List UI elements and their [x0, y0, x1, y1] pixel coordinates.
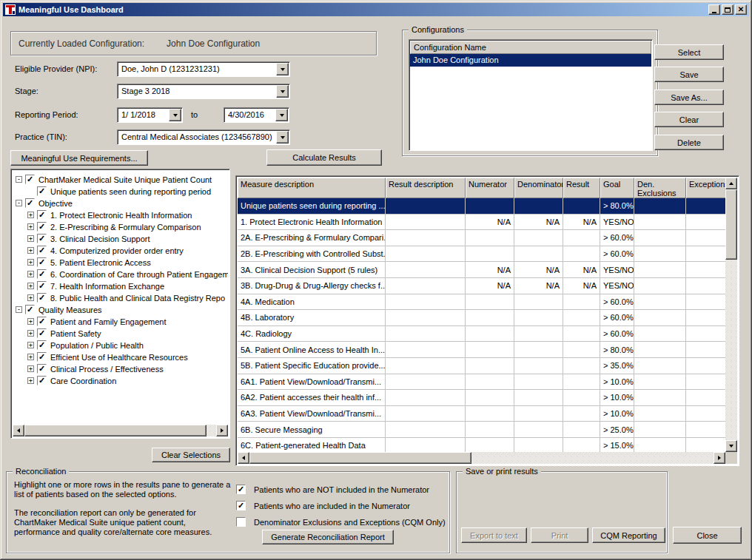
save-button[interactable]: Save [654, 67, 724, 82]
calculate-results-button[interactable]: Calculate Results [266, 149, 382, 166]
save-as-button[interactable]: Save As... [654, 90, 724, 105]
expand-icon[interactable]: + [27, 330, 34, 337]
column-header[interactable]: Exceptions [686, 178, 725, 198]
tree-checkbox[interactable]: ✓ [37, 340, 47, 350]
expand-icon[interactable]: + [27, 235, 34, 242]
results-row[interactable]: 2A. E-Prescribing & Formulary Compari...… [238, 230, 725, 246]
tree-checkbox[interactable]: ✓ [37, 376, 47, 385]
period-to-dropdown-button[interactable] [275, 109, 288, 121]
tree-checkbox[interactable]: ✓ [25, 198, 35, 208]
tree-node[interactable]: +✓7. Health Information Exchange [13, 280, 228, 291]
scrollbar-thumb[interactable] [249, 452, 471, 464]
expand-icon[interactable]: + [27, 247, 34, 254]
scrollbar-track[interactable] [249, 452, 714, 464]
tree-checkbox[interactable]: ✓ [37, 281, 47, 291]
results-row[interactable]: 6B. Secure Messaging> 25.0% [238, 422, 725, 438]
tree-checkbox[interactable]: ✓ [37, 246, 47, 255]
expand-icon[interactable]: + [27, 223, 34, 230]
scroll-up-button[interactable] [725, 178, 737, 189]
results-row[interactable]: 6A1. Patient View/Download/Transmi...> 1… [238, 374, 725, 391]
expand-icon[interactable]: + [27, 365, 34, 372]
checkbox[interactable] [236, 517, 246, 527]
results-row[interactable]: 5B. Patient Specific Education provide..… [238, 358, 725, 374]
collapse-icon[interactable]: - [16, 306, 22, 313]
practice-combobox[interactable]: Central Medical Associates (1234567890) [117, 129, 290, 145]
results-row[interactable]: 6A2. Patient accesses their health inf..… [238, 390, 725, 406]
scroll-down-button[interactable] [725, 440, 737, 452]
expand-icon[interactable]: + [27, 271, 34, 277]
tree-node[interactable]: -✓Quality Measures [13, 303, 228, 315]
results-row[interactable]: 1. Protect Electronic Health Information… [238, 215, 725, 231]
tree-node[interactable]: ✓Unique patients seen during reporting p… [13, 185, 228, 197]
reconciliation-option[interactable]: ✓Patients who are NOT included in the Nu… [236, 484, 429, 495]
tree-checkbox[interactable]: ✓ [37, 328, 47, 338]
scroll-right-button[interactable] [216, 425, 228, 436]
tree-checkbox[interactable]: ✓ [37, 234, 47, 243]
cqm-reporting-button[interactable]: CQM Reporting [592, 527, 665, 543]
collapse-icon[interactable]: - [16, 200, 22, 206]
expand-icon[interactable]: + [27, 342, 34, 348]
tree-node[interactable]: +✓1. Protect Electronic Health Informati… [13, 209, 228, 220]
results-horizontal-scrollbar[interactable] [238, 452, 725, 464]
tree-node[interactable]: +✓Patient and Family Engagement [13, 315, 228, 327]
clear-button[interactable]: Clear [654, 112, 724, 127]
period-from-dropdown-button[interactable] [169, 109, 181, 121]
results-row[interactable]: 4A. Medication> 60.0% [238, 294, 725, 311]
period-from-datepicker[interactable]: 1/ 1/2018 [117, 107, 183, 123]
stage-combobox[interactable]: Stage 3 2018 [117, 84, 290, 99]
tree-checkbox[interactable]: ✓ [37, 317, 47, 326]
measure-tree[interactable]: -✓ChartMaker Medical Suite Unique Patien… [10, 169, 230, 439]
column-header[interactable]: Denominator [514, 178, 563, 198]
column-header[interactable]: Numerator [466, 178, 514, 198]
tree-checkbox[interactable]: ✓ [37, 352, 47, 362]
configurations-list[interactable]: Configuration Name John Doe Configuratio… [409, 39, 653, 151]
scrollbar-thumb[interactable] [24, 425, 207, 436]
results-row[interactable]: 6A3. Patient View/Download/Transmi...> 1… [238, 406, 725, 422]
reconciliation-option[interactable]: Denominator Exclusions and Exceptions (C… [236, 516, 446, 527]
provider-dropdown-button[interactable] [276, 63, 289, 75]
tree-checkbox[interactable]: ✓ [37, 269, 47, 279]
results-row[interactable]: 2B. E-Prescribing with Controlled Subst.… [238, 246, 725, 263]
scroll-left-button[interactable] [13, 425, 24, 436]
tree-checkbox[interactable]: ✓ [37, 222, 47, 232]
provider-combobox[interactable]: Doe, John D (1231231231) [117, 61, 290, 77]
tree-checkbox[interactable]: ✓ [25, 175, 35, 184]
collapse-icon[interactable]: - [16, 176, 22, 183]
tree-horizontal-scrollbar[interactable] [13, 425, 228, 436]
expand-icon[interactable]: + [27, 294, 34, 301]
configuration-row[interactable]: John Doe Configuration [410, 54, 651, 67]
scrollbar-track[interactable] [24, 425, 216, 436]
tree-node[interactable]: +✓Care Coordination [13, 374, 228, 386]
expand-icon[interactable]: + [27, 259, 34, 266]
tree-node[interactable]: +✓4. Computerized provider order entry [13, 244, 228, 256]
generate-reconciliation-report-button[interactable]: Generate Reconciliation Report [262, 530, 394, 544]
tree-node[interactable]: -✓ChartMaker Medical Suite Unique Patien… [13, 173, 228, 185]
reconciliation-option[interactable]: ✓Patients who are included in the Numera… [236, 500, 410, 511]
tree-node[interactable]: +✓Efficient Use of Healthcare Resources [13, 351, 228, 362]
close-button[interactable]: Close [673, 527, 742, 544]
expand-icon[interactable]: + [27, 212, 34, 218]
configurations-column-header[interactable]: Configuration Name [410, 41, 651, 54]
scroll-right-button[interactable] [714, 452, 725, 464]
scroll-left-button[interactable] [238, 452, 249, 464]
stage-dropdown-button[interactable] [276, 85, 289, 98]
expand-icon[interactable]: + [27, 377, 34, 384]
tree-node[interactable]: +✓2. E-Prescribing & Formulary Compariso… [13, 220, 228, 232]
results-row[interactable]: 4C. Radiology> 60.0% [238, 326, 725, 343]
tree-checkbox[interactable]: ✓ [37, 364, 47, 374]
tree-checkbox[interactable]: ✓ [37, 186, 47, 196]
results-row[interactable]: 3B. Drug-Drug & Drug-Allergy checks f...… [238, 278, 725, 294]
expand-icon[interactable]: + [27, 283, 34, 289]
clear-selections-button[interactable]: Clear Selections [152, 448, 230, 462]
tree-node[interactable]: +✓5. Patient Electronic Access [13, 256, 228, 268]
period-to-datepicker[interactable]: 4/30/2016 [224, 107, 289, 123]
tree-checkbox[interactable]: ✓ [37, 293, 47, 303]
results-row[interactable]: 6C. Patient-generated Health Data> 15.0% [238, 438, 725, 452]
column-header[interactable]: Result description [386, 178, 466, 198]
expand-icon[interactable]: + [27, 318, 34, 325]
maximize-button[interactable] [722, 4, 733, 15]
close-window-button[interactable]: ✕ [735, 4, 747, 15]
scrollbar-track[interactable] [725, 189, 737, 440]
tree-node[interactable]: +✓Patient Safety [13, 327, 228, 339]
tree-node[interactable]: +✓Population / Public Health [13, 339, 228, 351]
